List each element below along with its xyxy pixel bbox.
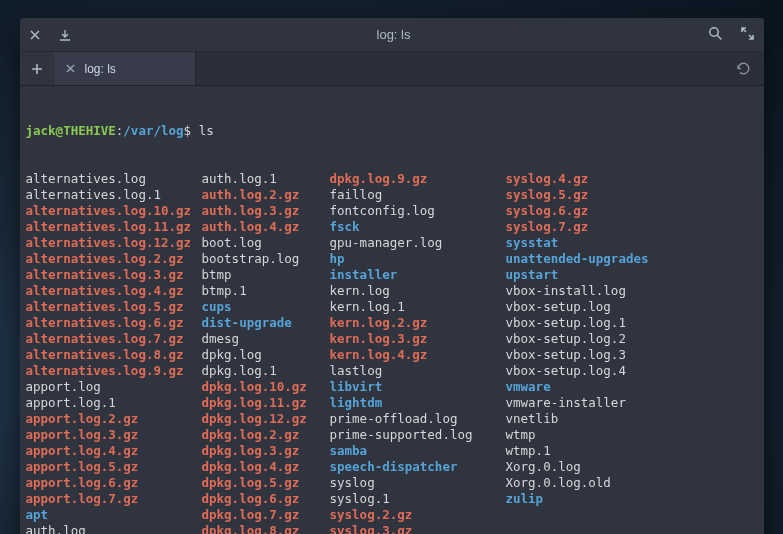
list-item: alternatives.log.6.gz — [26, 315, 202, 331]
close-icon — [30, 30, 40, 40]
tab-label: log: ls — [85, 62, 116, 76]
list-item: apport.log.6.gz — [26, 475, 202, 491]
list-row: apport.log.7.gzdpkg.log.6.gzsyslog.1zuli… — [26, 491, 758, 507]
list-item: dpkg.log — [202, 347, 330, 363]
list-item: syslog.1 — [330, 491, 506, 507]
tab-close-button[interactable] — [66, 61, 75, 76]
list-row: alternatives.log.7.gzdmesgkern.log.3.gzv… — [26, 331, 758, 347]
search-icon — [708, 26, 723, 41]
list-item: boot.log — [202, 235, 330, 251]
list-item: btmp.1 — [202, 283, 330, 299]
prompt-user: jack@THEHIVE — [26, 123, 116, 138]
maximize-button[interactable] — [741, 27, 754, 43]
list-item: alternatives.log.9.gz — [26, 363, 202, 379]
window-close-button[interactable] — [20, 18, 50, 52]
list-item: bootstrap.log — [202, 251, 330, 267]
list-item: Xorg.0.log — [506, 459, 758, 475]
new-tab-button[interactable] — [20, 52, 56, 85]
list-item: syslog.6.gz — [506, 203, 758, 219]
list-item: alternatives.log.1 — [26, 187, 202, 203]
list-item: vmware-installer — [506, 395, 758, 411]
list-item: lightdm — [330, 395, 506, 411]
list-item: dpkg.log.12.gz — [202, 411, 330, 427]
list-item: dpkg.log.7.gz — [202, 507, 330, 523]
list-item: vnetlib — [506, 411, 758, 427]
window-title: log: ls — [80, 27, 708, 42]
list-item: faillog — [330, 187, 506, 203]
list-item: kern.log.2.gz — [330, 315, 506, 331]
list-item: alternatives.log.4.gz — [26, 283, 202, 299]
list-item: dist-upgrade — [202, 315, 330, 331]
list-item: dpkg.log.3.gz — [202, 443, 330, 459]
list-item: dpkg.log.5.gz — [202, 475, 330, 491]
search-button[interactable] — [708, 26, 723, 44]
list-item: samba — [330, 443, 506, 459]
list-item: alternatives.log.11.gz — [26, 219, 202, 235]
list-item: alternatives.log.8.gz — [26, 347, 202, 363]
list-row: alternatives.log.4.gzbtmp.1kern.logvbox-… — [26, 283, 758, 299]
close-icon — [66, 64, 75, 73]
list-row: alternatives.log.9.gzdpkg.log.1lastlogvb… — [26, 363, 758, 379]
history-button[interactable] — [724, 52, 764, 85]
list-item — [506, 507, 758, 523]
titlebar[interactable]: log: ls — [20, 18, 764, 52]
list-item: dpkg.log.8.gz — [202, 523, 330, 534]
list-item: auth.log — [26, 523, 202, 534]
list-row: auth.logdpkg.log.8.gzsyslog.3.gz — [26, 523, 758, 534]
list-item: wtmp — [506, 427, 758, 443]
list-item: dpkg.log.4.gz — [202, 459, 330, 475]
list-item: wtmp.1 — [506, 443, 758, 459]
list-item: auth.log.3.gz — [202, 203, 330, 219]
list-item: kern.log — [330, 283, 506, 299]
list-item: vbox-install.log — [506, 283, 758, 299]
list-item: apport.log.5.gz — [26, 459, 202, 475]
list-item: apport.log.3.gz — [26, 427, 202, 443]
list-row: alternatives.log.1auth.log.2.gzfaillogsy… — [26, 187, 758, 203]
list-item: fsck — [330, 219, 506, 235]
list-item: upstart — [506, 267, 758, 283]
download-icon-button[interactable] — [50, 18, 80, 52]
list-item: alternatives.log.5.gz — [26, 299, 202, 315]
list-item: kern.log.1 — [330, 299, 506, 315]
list-item: apport.log — [26, 379, 202, 395]
list-row: alternatives.log.12.gzboot.loggpu-manage… — [26, 235, 758, 251]
list-item: apport.log.1 — [26, 395, 202, 411]
tab-bar: log: ls — [20, 52, 764, 86]
list-row: alternatives.log.10.gzauth.log.3.gzfontc… — [26, 203, 758, 219]
prompt-path: /var/log — [123, 123, 183, 138]
list-item — [506, 523, 758, 534]
list-item: alternatives.log.3.gz — [26, 267, 202, 283]
list-item: dpkg.log.11.gz — [202, 395, 330, 411]
list-item: unattended-upgrades — [506, 251, 758, 267]
list-item: dpkg.log.1 — [202, 363, 330, 379]
list-item: dpkg.log.6.gz — [202, 491, 330, 507]
list-item: alternatives.log.10.gz — [26, 203, 202, 219]
list-item: dpkg.log.10.gz — [202, 379, 330, 395]
list-item: installer — [330, 267, 506, 283]
download-icon — [59, 29, 71, 41]
terminal-window: log: ls log: ls jack@THEHIVE:/var/log$ l… — [20, 18, 764, 534]
list-row: apport.log.3.gzdpkg.log.2.gzprime-suppor… — [26, 427, 758, 443]
list-item: hp — [330, 251, 506, 267]
terminal-body[interactable]: jack@THEHIVE:/var/log$ ls alternatives.l… — [20, 86, 764, 534]
list-item: lastlog — [330, 363, 506, 379]
history-icon — [736, 61, 751, 76]
list-item: alternatives.log.2.gz — [26, 251, 202, 267]
list-item: kern.log.3.gz — [330, 331, 506, 347]
list-item: syslog.4.gz — [506, 171, 758, 187]
plus-icon — [31, 63, 43, 75]
list-item: btmp — [202, 267, 330, 283]
list-item: syslog.7.gz — [506, 219, 758, 235]
list-row: apport.log.4.gzdpkg.log.3.gzsambawtmp.1 — [26, 443, 758, 459]
tab-bar-filler — [196, 52, 724, 85]
list-item: syslog — [330, 475, 506, 491]
tab[interactable]: log: ls — [56, 52, 196, 85]
list-item: syslog.5.gz — [506, 187, 758, 203]
list-item: syslog.3.gz — [330, 523, 506, 534]
list-item: cups — [202, 299, 330, 315]
list-item: dpkg.log.2.gz — [202, 427, 330, 443]
list-row: apport.log.6.gzdpkg.log.5.gzsyslogXorg.0… — [26, 475, 758, 491]
list-item: prime-supported.log — [330, 427, 506, 443]
list-item: alternatives.log — [26, 171, 202, 187]
list-row: aptdpkg.log.7.gzsyslog.2.gz — [26, 507, 758, 523]
